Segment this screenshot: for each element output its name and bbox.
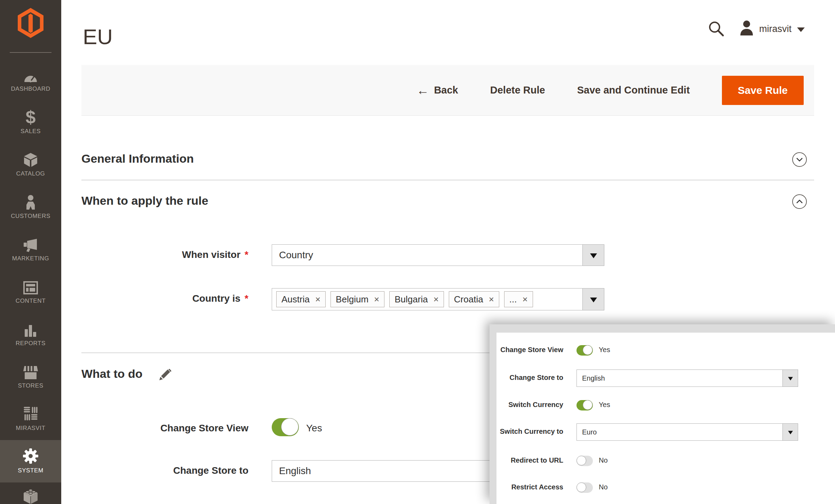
save-rule-button[interactable]: Save Rule [722,76,804,105]
remove-tag-icon[interactable]: × [434,295,439,304]
change-store-view-label: Change Store View [109,423,248,434]
user-menu[interactable]: mirasvit [740,20,805,38]
overlay-change-store-view-label: Change Store View [490,346,563,354]
overlay-change-store-view-toggle[interactable] [576,345,593,356]
save-and-continue-button[interactable]: Save and Continue Edit [577,84,690,96]
delete-rule-button[interactable]: Delete Rule [490,84,545,96]
overlay-change-store-view-state: Yes [599,346,610,354]
overlay-change-store-to-label: Change Store to [490,374,563,382]
sidebar-item-label: CATALOG [16,170,45,177]
sidebar-item-system[interactable]: SYSTEM [0,440,61,482]
sidebar-item-extensions[interactable] [0,487,61,504]
sales-icon: $ [26,109,36,125]
sidebar-divider [10,52,51,53]
overlay-panel [496,333,835,504]
sidebar-item-marketing[interactable]: MARKETING [0,228,61,270]
remove-tag-icon[interactable]: × [489,295,494,304]
what-to-do-preview-overlay: Change Store View Yes Change Store to En… [490,324,835,504]
overlay-switch-currency-label: Switch Currency [490,401,563,409]
sidebar-item-reports[interactable]: REPORTS [0,313,61,355]
sidebar-item-label: CUSTOMERS [11,213,50,220]
required-mark: * [245,293,248,304]
when-visitor-value: Country [279,245,313,266]
page-actions-toolbar: ← Back Delete Rule Save and Continue Edi… [81,65,814,116]
sidebar-item-dashboard[interactable]: DASHBOARD [0,58,61,101]
overlay-restrict-access-label: Restrict Access [490,483,563,491]
overlay-restrict-access-toggle[interactable] [576,482,593,493]
sidebar: DASHBOARD $ SALES CATALOG [0,0,61,504]
overlay-switch-currency-toggle[interactable] [576,400,593,410]
search-icon[interactable] [708,20,725,38]
dropdown-arrow-icon[interactable] [782,370,798,387]
remove-tag-icon[interactable]: × [523,295,528,304]
sidebar-item-label: MARKETING [12,255,49,262]
reports-icon [24,322,38,337]
sidebar-item-sales[interactable]: $ SALES [0,101,61,143]
country-tag: Belgium × [331,291,384,307]
toggle-knob [583,345,593,355]
toggle-knob [281,418,299,436]
overlay-switch-currency-state: Yes [599,401,610,409]
sidebar-item-mirasvit[interactable]: MIRASVIT [0,398,61,440]
change-store-to-value: English [279,461,311,481]
dashboard-icon [23,67,38,82]
marketing-icon [23,237,38,252]
section-title-general-information: General Information [81,152,194,165]
when-visitor-label: When visitor* [109,249,248,260]
toggle-knob [576,456,586,465]
country-is-multiselect[interactable]: Austria × Belgium × Bulgaria × Croatia ×… [272,288,604,310]
sidebar-item-catalog[interactable]: CATALOG [0,143,61,186]
section-title-when-to-apply: When to apply the rule [81,194,208,208]
overlay-redirect-to-url-toggle[interactable] [576,456,593,466]
country-tag: Bulgaria × [389,291,444,307]
required-mark: * [245,249,248,260]
page-title: EU [83,24,113,49]
sidebar-item-label: CONTENT [16,298,46,304]
change-store-view-toggle[interactable] [272,418,299,436]
catalog-icon [23,152,38,167]
customers-icon [24,194,38,210]
username: mirasvit [759,24,792,34]
collapse-toggle-when[interactable] [792,194,807,209]
back-arrow-icon: ← [416,85,429,96]
overlay-redirect-to-url-state: No [599,456,608,464]
remove-tag-icon[interactable]: × [374,295,379,304]
overlay-switch-currency-to-select[interactable]: Euro [576,423,798,441]
overlay-redirect-to-url-label: Redirect to URL [490,456,563,464]
back-button[interactable]: ← Back [416,84,458,96]
dropdown-arrow-icon[interactable] [782,424,798,440]
dropdown-arrow-icon[interactable] [582,288,604,310]
main-content: EU mirasvit ← Back Delete Rule [61,0,835,504]
toggle-knob [583,400,593,410]
dropdown-arrow-icon[interactable] [582,245,604,266]
sidebar-item-label: DASHBOARD [11,86,50,92]
system-gear-icon [23,449,39,464]
country-tag: Austria × [276,291,326,307]
country-tag-more: ... × [504,291,533,307]
sidebar-item-label: REPORTS [16,340,46,347]
remove-tag-icon[interactable]: × [315,295,320,304]
collapse-toggle-general[interactable] [792,152,807,167]
mirasvit-icon [23,406,39,422]
sidebar-item-label: STORES [18,382,43,389]
chevron-down-icon [797,27,805,32]
user-avatar-icon [740,20,754,38]
sidebar-item-label: SYSTEM [18,467,43,474]
magento-logo-icon[interactable] [0,8,61,38]
overlay-change-store-to-value: English [582,370,605,387]
sidebar-nav: DASHBOARD $ SALES CATALOG [0,58,61,482]
edit-pencil-icon[interactable] [159,368,171,380]
magento-admin-screen: DASHBOARD $ SALES CATALOG [0,0,835,504]
sidebar-item-customers[interactable]: CUSTOMERS [0,186,61,228]
change-store-view-state: Yes [306,423,322,434]
toggle-knob [576,482,586,492]
stores-icon [23,364,38,379]
section-title-what-to-do: What to do [81,367,143,381]
sidebar-item-stores[interactable]: STORES [0,355,61,398]
when-visitor-select[interactable]: Country [272,244,604,266]
overlay-switch-currency-to-label: Switch Currency to [490,428,563,436]
divider [81,180,814,180]
overlay-change-store-to-select[interactable]: English [576,369,798,387]
sidebar-item-content[interactable]: CONTENT [0,270,61,313]
change-store-to-label: Change Store to [109,465,248,476]
